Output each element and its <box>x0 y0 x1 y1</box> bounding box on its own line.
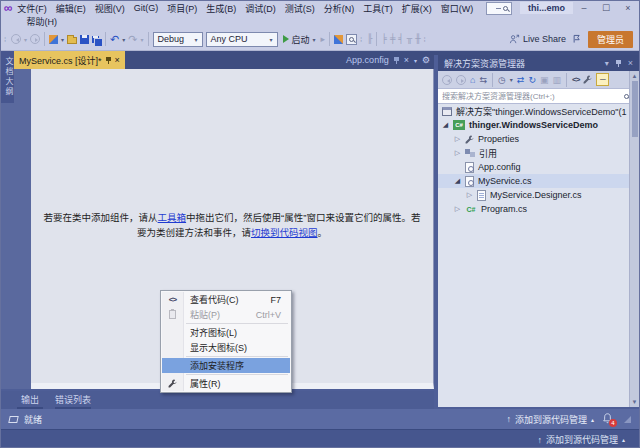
toolbar-grip[interactable]: ⁞ <box>4 38 8 41</box>
tree-row-appconfig[interactable]: App.config <box>438 160 629 174</box>
collapsed-arrow-icon[interactable]: ▷ <box>454 149 461 157</box>
tree-row-properties[interactable]: ▷ Properties <box>438 132 629 146</box>
undo-icon[interactable]: ↶ <box>110 34 119 44</box>
menu-test[interactable]: 测试(S) <box>280 2 319 15</box>
menu-item-show-large-icons[interactable]: 显示大图标(S) <box>162 340 290 355</box>
preview-selected-items-icon[interactable]: ▥ <box>552 75 561 85</box>
solution-configuration-dropdown[interactable]: Debug ▾ <box>153 32 203 47</box>
menu-item-properties[interactable]: 属性(R) <box>162 376 290 391</box>
tree-row-references[interactable]: ▷ 引用 <box>438 146 629 160</box>
toolbar-grip[interactable]: ⁞ <box>424 38 428 41</box>
tree-row-program[interactable]: ▷ C# Program.cs <box>438 202 629 216</box>
close-button[interactable]: × <box>617 1 639 15</box>
back-icon[interactable] <box>442 75 452 85</box>
save-icon[interactable] <box>80 35 89 44</box>
home-icon[interactable]: ⌂ <box>470 75 475 85</box>
toolbox-link[interactable]: 工具箱 <box>158 212 187 223</box>
pin-icon[interactable] <box>394 57 399 64</box>
chevron-down-icon[interactable]: ▾ <box>510 76 513 83</box>
menu-debug[interactable]: 调试(D) <box>241 2 281 15</box>
new-project-dropdown-icon[interactable]: ▾ <box>61 36 64 43</box>
menu-item-view-code[interactable]: <> 查看代码(C) F7 <box>162 292 290 307</box>
pin-icon[interactable] <box>616 60 621 67</box>
collapsed-arrow-icon[interactable]: ▷ <box>466 191 473 199</box>
solution-label: 解决方案"thinger.WindowsServiceDemo"(1 个项目) <box>456 105 629 118</box>
expanded-arrow-icon[interactable]: ◢ <box>454 177 461 185</box>
close-icon[interactable]: × <box>404 56 409 65</box>
navigate-back-icon[interactable] <box>11 34 21 44</box>
tab-output[interactable]: 输出 <box>17 393 43 410</box>
tree-row-project[interactable]: ◢ C# thinger.WindowsServiceDemo <box>438 118 629 132</box>
menu-item-line-up-icons[interactable]: 对齐图标(L) <box>162 325 290 340</box>
resize-grip[interactable] <box>624 416 631 423</box>
redo-dropdown-icon[interactable]: ▾ <box>140 36 143 43</box>
solution-search-box[interactable]: ▾ <box>438 89 639 104</box>
navigate-back-dropdown-icon[interactable]: ▾ <box>24 36 27 43</box>
menu-tools[interactable]: 工具(T) <box>359 2 398 15</box>
menu-git[interactable]: Git(G) <box>129 3 163 13</box>
tab-document-outline[interactable]: 文档大纲 <box>1 51 14 103</box>
menu-analyze[interactable]: 分析(N) <box>319 2 359 15</box>
live-share-button[interactable]: Live Share <box>509 34 566 44</box>
sync-with-active-document-icon[interactable]: ↻ <box>528 75 536 85</box>
menu-project[interactable]: 项目(P) <box>163 2 202 15</box>
open-file-icon[interactable] <box>67 37 77 44</box>
scroll-down-icon[interactable]: ▼ <box>632 397 638 407</box>
quick-search-box[interactable] <box>486 2 512 15</box>
vertical-scrollbar[interactable]: ▲ ▼ <box>629 71 639 407</box>
notifications-button[interactable]: 4 <box>602 413 614 425</box>
menu-extensions[interactable]: 扩展(X) <box>397 2 436 15</box>
pin-icon[interactable] <box>106 57 111 64</box>
tree-row-solution[interactable]: 解决方案"thinger.WindowsServiceDemo"(1 个项目) <box>438 104 629 118</box>
close-icon[interactable]: × <box>628 58 633 68</box>
switch-views-icon[interactable]: ⇆ <box>479 75 487 85</box>
undo-dropdown-icon[interactable]: ▾ <box>122 36 125 43</box>
collapsed-arrow-icon[interactable]: ▷ <box>454 205 461 213</box>
start-debugging-button[interactable]: 启动 ▾ <box>281 33 318 46</box>
new-project-icon[interactable] <box>49 35 58 44</box>
redo-icon[interactable]: ↷ <box>128 34 137 44</box>
menu-item-add-installer[interactable]: 添加安装程序 <box>162 358 290 373</box>
minimize-button[interactable]: – <box>573 1 595 15</box>
refresh-icon[interactable]: ⇄ <box>517 75 525 85</box>
tab-myservice-designer[interactable]: MyService.cs [设计]* × <box>14 51 125 69</box>
chevron-down-icon[interactable]: ▾ <box>605 59 609 68</box>
solution-explorer-header[interactable]: 解决方案资源管理器 ▾ × <box>438 55 639 71</box>
view-code-icon[interactable]: <> <box>572 75 579 84</box>
menu-help[interactable]: 帮助(H) <box>22 15 62 28</box>
feedback-icon[interactable] <box>572 34 582 44</box>
tree-row-myservice-designer[interactable]: ▷ MyService.Designer.cs <box>438 188 629 202</box>
forward-icon[interactable] <box>456 75 466 85</box>
maximize-button[interactable]: ☐ <box>595 1 617 15</box>
properties-window-icon[interactable]: ▣ <box>540 75 549 85</box>
menu-file[interactable]: 文件(F) <box>13 2 52 15</box>
menu-window[interactable]: 窗口(W) <box>436 2 478 15</box>
search-input[interactable] <box>442 92 621 101</box>
expanded-arrow-icon[interactable]: ◢ <box>442 121 449 129</box>
tree-row-myservice[interactable]: ◢ MyService.cs <box>438 174 629 188</box>
code-view-link[interactable]: 切换到代码视图 <box>251 227 318 238</box>
add-to-source-control-button[interactable]: ↑ 添加到源代码管理 ▴ <box>537 433 625 446</box>
add-to-source-control-button[interactable]: ↑ 添加到源代码管理 ▴ <box>506 413 594 426</box>
navigate-forward-icon[interactable] <box>30 34 40 44</box>
admin-badge[interactable]: 管理员 <box>588 31 633 48</box>
tab-error-list[interactable]: 错误列表 <box>55 393 91 410</box>
toolbar-grip[interactable]: ⁞ <box>360 38 364 41</box>
wrench-icon[interactable] <box>583 75 592 84</box>
menu-edit[interactable]: 编辑(E) <box>51 2 90 15</box>
save-all-icon[interactable] <box>92 36 99 43</box>
pending-changes-filter-icon[interactable]: ◷ <box>498 75 506 85</box>
close-icon[interactable]: × <box>115 56 120 65</box>
tab-appconfig[interactable]: App.config <box>346 55 389 65</box>
scroll-up-icon[interactable]: ▲ <box>632 71 638 81</box>
menu-build[interactable]: 生成(B) <box>202 2 241 15</box>
menu-view[interactable]: 视图(V) <box>90 2 129 15</box>
collapsed-arrow-icon[interactable]: ▷ <box>454 135 461 143</box>
gear-icon[interactable]: ⚙ <box>422 55 430 65</box>
chevron-down-icon[interactable]: ▾ <box>414 57 417 64</box>
scrollbar-thumb[interactable] <box>632 81 638 137</box>
find-in-files-icon[interactable] <box>334 35 343 44</box>
find-window-icon[interactable] <box>346 34 357 45</box>
collapse-all-icon[interactable]: ─ <box>596 73 609 86</box>
solution-platform-dropdown[interactable]: Any CPU ▾ <box>206 32 278 47</box>
